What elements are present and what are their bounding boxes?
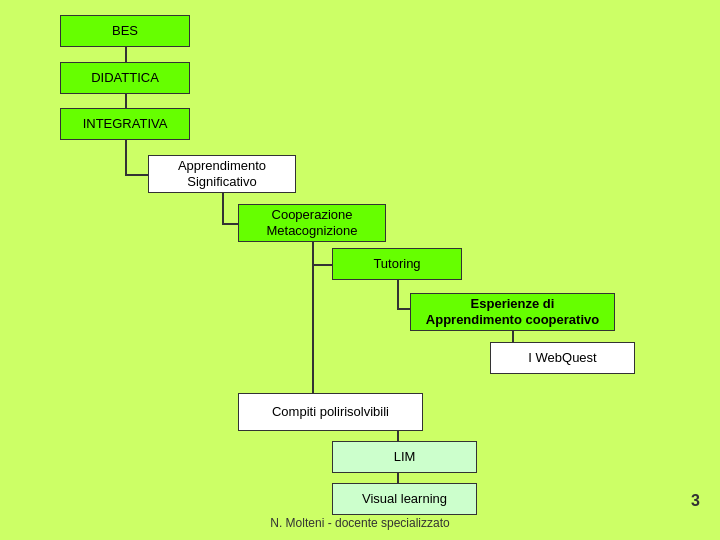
line-bes-didattica <box>125 47 127 62</box>
lim-node: LIM <box>332 441 477 473</box>
visual-node: Visual learning <box>332 483 477 515</box>
webquest-node: I WebQuest <box>490 342 635 374</box>
esperienze-node: Esperienze di Apprendimento cooperativo <box>410 293 615 331</box>
line-integrativa-h <box>125 174 148 176</box>
integrativa-label: INTEGRATIVA <box>83 116 168 132</box>
cooperazione-label: Cooperazione Metacognizione <box>266 207 357 238</box>
integrativa-node: INTEGRATIVA <box>60 108 190 140</box>
page-number: 3 <box>691 492 700 510</box>
webquest-label: I WebQuest <box>528 350 596 366</box>
tutoring-node: Tutoring <box>332 248 462 280</box>
didattica-node: DIDATTICA <box>60 62 190 94</box>
apprendimento-node: Apprendimento Significativo <box>148 155 296 193</box>
apprendimento-label: Apprendimento Significativo <box>178 158 266 189</box>
line-cooperazione-h <box>312 264 332 266</box>
line-tutoring-h <box>397 308 410 310</box>
line-integrativa-down <box>125 140 127 174</box>
tutoring-label: Tutoring <box>373 256 420 272</box>
line-apprendimento-down <box>222 193 224 223</box>
bes-node: BES <box>60 15 190 47</box>
esperienze-label: Esperienze di Apprendimento cooperativo <box>426 296 599 327</box>
line-apprendimento-h <box>222 223 238 225</box>
footer-text: N. Molteni - docente specializzato <box>270 516 449 530</box>
line-didattica-integrativa <box>125 94 127 108</box>
lim-label: LIM <box>394 449 416 465</box>
didattica-label: DIDATTICA <box>91 70 159 86</box>
compiti-node: Compiti polirisolvibili <box>238 393 423 431</box>
line-compiti-down <box>312 242 314 410</box>
compiti-label: Compiti polirisolvibili <box>272 404 389 420</box>
line-tutoring-down <box>397 280 399 308</box>
cooperazione-node: Cooperazione Metacognizione <box>238 204 386 242</box>
visual-label: Visual learning <box>362 491 447 507</box>
bes-label: BES <box>112 23 138 39</box>
